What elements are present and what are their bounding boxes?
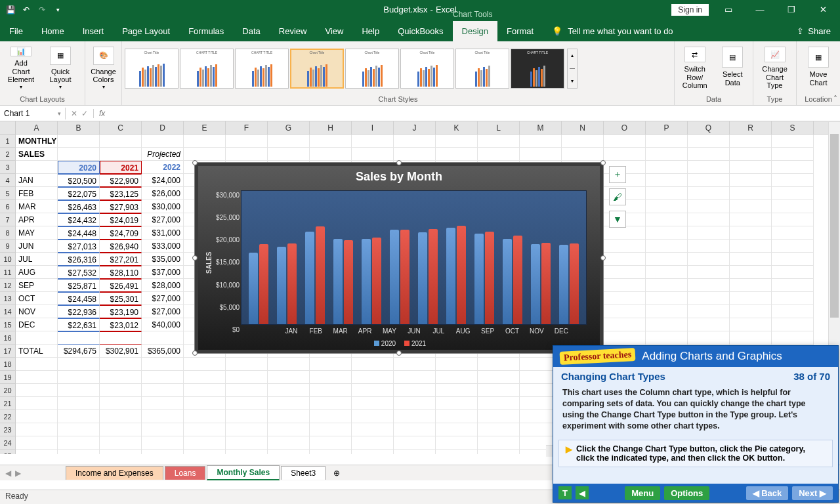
tab-formulas[interactable]: Formulas bbox=[179, 21, 233, 41]
new-sheet-icon[interactable]: ⊕ bbox=[327, 467, 346, 480]
tab-help[interactable]: Help bbox=[352, 21, 388, 41]
y-axis-ticks: $0$5,000$10,000$15,000$20,000$25,000$30,… bbox=[215, 190, 241, 335]
embedded-chart[interactable]: Sales by Month SALES $0$5,000$10,000$15,… bbox=[194, 162, 604, 354]
tutorial-back-button[interactable]: ◀ Back bbox=[746, 486, 789, 500]
professor-teaches-logo: Professor teaches bbox=[560, 348, 636, 365]
tab-data[interactable]: Data bbox=[233, 21, 269, 41]
window-title: Budget.xlsx-Excel bbox=[383, 5, 456, 14]
sign-in-button[interactable]: Sign in bbox=[671, 4, 709, 16]
chart-styles-gallery[interactable]: Chart Title CHART TITLE CHART TITLE Char… bbox=[125, 49, 564, 89]
tutorial-options-button[interactable]: Options bbox=[664, 486, 709, 500]
chart-style-6[interactable]: Chart Title bbox=[400, 49, 454, 89]
name-box[interactable]: Chart 1▾ bbox=[0, 108, 66, 119]
chart-filters-icon[interactable]: ▼ bbox=[609, 211, 626, 228]
maximize-icon[interactable]: ❐ bbox=[780, 0, 803, 19]
change-chart-type-button[interactable]: 📈Change Chart Type bbox=[756, 45, 793, 91]
tutorial-action: ▶ Click the Change Chart Type button, cl… bbox=[558, 440, 833, 467]
chart-style-2[interactable]: CHART TITLE bbox=[180, 49, 234, 89]
add-chart-element-button[interactable]: 📊Add Chart Element▾ bbox=[3, 45, 39, 91]
sheet-tab-loans[interactable]: Loans bbox=[165, 466, 206, 480]
ribbon-tabs: File Home Insert Page Layout Formulas Da… bbox=[0, 19, 840, 41]
formula-bar: Chart 1▾ ✕ ✓ fx bbox=[0, 106, 840, 121]
tab-quickbooks[interactable]: QuickBooks bbox=[388, 21, 452, 41]
type-group-label: Type bbox=[753, 95, 796, 105]
lightbulb-icon: 💡 bbox=[552, 26, 562, 36]
tutorial-subtitle: Changing Chart Types bbox=[561, 371, 665, 382]
cancel-formula-icon[interactable]: ✕ bbox=[71, 109, 77, 118]
sheet-tab-monthly-sales[interactable]: Monthly Sales bbox=[207, 465, 280, 480]
quick-layout-button[interactable]: ▦Quick Layout▾ bbox=[42, 45, 79, 91]
ribbon: 📊Add Chart Element▾ ▦Quick Layout▾ Chart… bbox=[0, 41, 840, 106]
select-data-button[interactable]: ▤Select Data bbox=[715, 45, 751, 91]
chart-style-7[interactable]: Chart Title bbox=[455, 49, 509, 89]
chart-plot-area[interactable] bbox=[241, 190, 587, 325]
sheet-nav-prev-icon[interactable]: ◀ bbox=[5, 469, 11, 478]
formula-input[interactable] bbox=[110, 106, 840, 121]
quick-access-toolbar: 💾 ↶ ↷ ▾ bbox=[0, 5, 63, 15]
sheet-tab-income[interactable]: Income and Expenses bbox=[66, 466, 163, 480]
chart-style-4[interactable]: Chart Title bbox=[290, 49, 344, 89]
tutorial-collapse-icon[interactable]: ◀ bbox=[576, 486, 589, 499]
switch-row-column-button[interactable]: ⇄Switch Row/ Column bbox=[677, 45, 713, 91]
tutorial-body: This chart uses the Column chart type, w… bbox=[553, 386, 838, 437]
tutorial-menu-button[interactable]: Menu bbox=[625, 486, 660, 500]
chart-styles-icon[interactable]: 🖌 bbox=[609, 188, 626, 205]
chart-style-5[interactable]: Chart Title bbox=[345, 49, 399, 89]
collapse-ribbon-icon[interactable]: ˄ bbox=[833, 94, 837, 104]
share-button[interactable]: ⇪ Share bbox=[788, 21, 840, 41]
enter-formula-icon[interactable]: ✓ bbox=[81, 109, 88, 118]
undo-icon[interactable]: ↶ bbox=[21, 5, 32, 15]
tab-design[interactable]: Design bbox=[453, 21, 497, 41]
title-bar: 💾 ↶ ↷ ▾ Budget.xlsx-Excel Chart Tools Si… bbox=[0, 0, 840, 19]
chart-style-3[interactable]: CHART TITLE bbox=[235, 49, 289, 89]
chart-elements-icon[interactable]: ＋ bbox=[609, 166, 626, 183]
save-icon[interactable]: 💾 bbox=[5, 5, 16, 15]
tutorial-text-icon[interactable]: T bbox=[558, 486, 572, 499]
play-icon: ▶ bbox=[566, 444, 572, 463]
ribbon-display-icon[interactable]: ▭ bbox=[717, 0, 740, 19]
select-all-corner[interactable] bbox=[0, 121, 16, 134]
tab-review[interactable]: Review bbox=[270, 21, 316, 41]
styles-more-icon[interactable]: ▴—▾ bbox=[567, 49, 578, 89]
chart-title[interactable]: Sales by Month bbox=[198, 166, 600, 188]
tutorial-panel: Professor teaches Adding Charts and Grap… bbox=[553, 345, 839, 503]
redo-icon[interactable]: ↷ bbox=[37, 5, 47, 15]
sheet-nav-next-icon[interactable]: ▶ bbox=[15, 469, 21, 478]
column-headers[interactable]: ABCD EFGH IJKL MNOP QRS bbox=[0, 121, 840, 135]
chart-layouts-label: Chart Layouts bbox=[0, 95, 85, 105]
contextual-tab-label: Chart Tools bbox=[453, 0, 492, 19]
fx-icon[interactable]: fx bbox=[94, 109, 110, 118]
status-text: Ready bbox=[5, 492, 28, 501]
data-group-label: Data bbox=[675, 95, 753, 105]
tab-view[interactable]: View bbox=[316, 21, 352, 41]
chart-style-8[interactable]: CHART TITLE bbox=[511, 49, 564, 89]
qat-dropdown-icon[interactable]: ▾ bbox=[52, 5, 63, 15]
tab-home[interactable]: Home bbox=[32, 21, 74, 41]
chevron-down-icon[interactable]: ▾ bbox=[58, 110, 61, 117]
tutorial-next-button[interactable]: Next ▶ bbox=[792, 486, 833, 500]
tell-me-search[interactable]: 💡 Tell me what you want to do bbox=[543, 21, 682, 41]
sheet-tab-sheet3[interactable]: Sheet3 bbox=[281, 466, 326, 480]
move-chart-button[interactable]: ▦Move Chart bbox=[799, 45, 837, 91]
tab-format[interactable]: Format bbox=[497, 21, 543, 41]
tutorial-header: Professor teaches Adding Charts and Grap… bbox=[553, 346, 838, 367]
tab-page-layout[interactable]: Page Layout bbox=[113, 21, 179, 41]
tutorial-progress: 38 of 70 bbox=[793, 371, 830, 382]
minimize-icon[interactable]: — bbox=[748, 0, 772, 19]
x-axis-ticks: JANFEBMARAPRMAYJUNJULAUGSEPOCTNOVDEC bbox=[241, 325, 587, 335]
chart-legend[interactable]: 2020 2021 bbox=[198, 337, 600, 350]
y-axis-label: SALES bbox=[203, 190, 215, 335]
close-icon[interactable]: ✕ bbox=[811, 0, 835, 19]
change-colors-button[interactable]: 🎨Change Colors▾ bbox=[88, 45, 119, 91]
chart-style-1[interactable]: Chart Title bbox=[125, 49, 178, 89]
tab-file[interactable]: File bbox=[0, 21, 32, 41]
share-icon: ⇪ bbox=[797, 26, 804, 36]
tutorial-title: Adding Charts and Graphics bbox=[642, 350, 782, 363]
chart-styles-label: Chart Styles bbox=[122, 95, 674, 105]
tab-insert[interactable]: Insert bbox=[74, 21, 114, 41]
